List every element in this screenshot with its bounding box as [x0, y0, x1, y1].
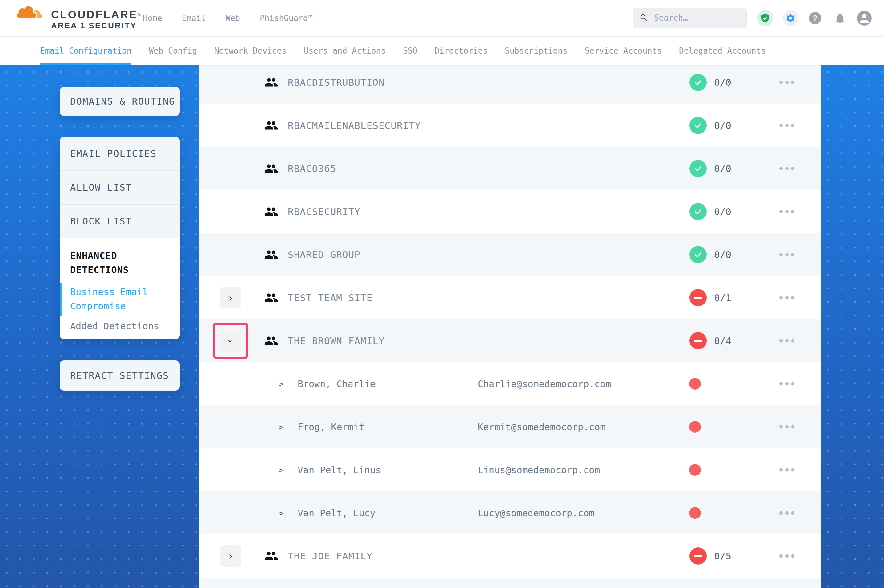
retract-settings-label: RETRACT SETTINGS — [70, 370, 169, 381]
member-name: Van Pelt, Lucy — [298, 508, 376, 519]
sidebar-item-allow-list[interactable]: ALLOW LIST — [60, 171, 180, 204]
sidebar-item-block-list[interactable]: BLOCK LIST — [60, 204, 180, 238]
group-row: RBACO365 0/0 — [199, 147, 821, 190]
member-name: Van Pelt, Linus — [298, 465, 381, 476]
row-menu-ellipsis-icon[interactable] — [778, 508, 796, 518]
tab-sso[interactable]: SSO — [403, 36, 417, 65]
left-sidebar-background: DOMAINS & ROUTING EMAIL POLICIES ALLOW L… — [0, 65, 199, 588]
settings-gear-icon[interactable] — [782, 10, 798, 26]
member-chevron-icon[interactable]: > — [278, 379, 284, 389]
right-background — [821, 65, 884, 588]
status-count: 0/1 — [714, 292, 731, 303]
member-status-dot — [689, 464, 701, 476]
status-blocked-minus-icon — [690, 289, 707, 306]
status-ok-check-icon — [690, 203, 707, 220]
notifications-bell-icon[interactable] — [833, 11, 847, 25]
block-list-label: BLOCK LIST — [70, 216, 132, 226]
section-tabs: Email Configuration Web Config Network D… — [0, 36, 884, 65]
row-menu-ellipsis-icon[interactable] — [778, 422, 796, 432]
status-ok-check-icon — [690, 117, 707, 134]
sidebar-item-added-detections[interactable]: Added Detections — [70, 321, 169, 332]
member-row: > Frog, Kermit Kermit@somedemocorp.com — [199, 405, 821, 448]
row-menu-ellipsis-icon[interactable] — [778, 293, 796, 303]
row-menu-ellipsis-icon[interactable] — [778, 250, 796, 260]
group-icon — [264, 549, 278, 563]
row-menu-ellipsis-icon[interactable] — [778, 551, 796, 561]
status-blocked-minus-icon — [690, 548, 707, 565]
status-count: 0/0 — [714, 120, 731, 131]
group-row: › THE JOE FAMILY 0/5 — [199, 534, 821, 578]
member-chevron-icon[interactable]: > — [278, 422, 284, 432]
member-status-dot — [689, 378, 701, 390]
expand-toggle-button[interactable]: › — [220, 287, 241, 309]
brand-subtitle: AREA 1 SECURITY — [51, 21, 142, 30]
status-count: 0/4 — [714, 335, 731, 346]
shield-check-icon[interactable] — [757, 10, 773, 26]
status-blocked-minus-icon — [690, 332, 707, 350]
status-count: 0/0 — [714, 163, 731, 174]
row-menu-ellipsis-icon[interactable] — [778, 121, 796, 130]
member-chevron-icon[interactable]: > — [278, 508, 284, 518]
row-menu-ellipsis-icon[interactable] — [778, 336, 796, 346]
tab-network-devices[interactable]: Network Devices — [214, 36, 287, 65]
search-icon — [639, 13, 648, 22]
group-row: SHARED_GROUP 0/0 — [199, 233, 821, 276]
sidebar-policies-card: EMAIL POLICIES ALLOW LIST BLOCK LIST ENH… — [60, 137, 180, 339]
sidebar-item-domains-routing[interactable]: DOMAINS & ROUTING — [60, 87, 180, 116]
group-row: RBACMAILENABLESECURITY 0/0 — [199, 104, 821, 147]
row-menu-ellipsis-icon[interactable] — [778, 164, 796, 174]
group-name: RBACSECURITY — [288, 206, 361, 217]
member-row: > Brown, Charlie Charlie@somedemocorp.co… — [199, 362, 821, 405]
member-row: > Van Pelt, Linus Linus@somedemocorp.com — [199, 448, 821, 491]
member-row: > Van Pelt, Lucy Lucy@somedemocorp.com — [199, 491, 821, 534]
help-icon[interactable]: ? — [809, 12, 821, 24]
nav-item-home[interactable]: Home — [143, 14, 162, 23]
group-icon — [264, 291, 278, 305]
row-menu-ellipsis-icon[interactable] — [778, 207, 796, 216]
member-email: Linus@somedemocorp.com — [478, 465, 600, 476]
nav-item-email[interactable]: Email — [182, 14, 206, 23]
cloudflare-logo[interactable]: CLOUDFLARE® AREA 1 SECURITY — [15, 3, 145, 33]
group-icon — [264, 204, 278, 219]
tab-users-and-actions[interactable]: Users and Actions — [304, 36, 386, 65]
groups-table-panel: RBACDISTRUBUTION 0/0 RBACMAILENABLESECUR… — [199, 65, 821, 588]
expand-toggle-button[interactable]: › — [220, 330, 241, 351]
status-count: 0/0 — [714, 206, 731, 217]
status-ok-check-icon — [690, 246, 707, 263]
enhanced-detections-title: ENHANCED DETECTIONS — [70, 249, 169, 277]
tab-web-config[interactable]: Web Config — [149, 36, 197, 65]
group-name: RBACDISTRUBUTION — [288, 77, 385, 88]
cloudflare-cloud-icon — [15, 4, 49, 21]
search-input[interactable] — [654, 13, 740, 23]
tab-directories[interactable]: Directories — [434, 36, 487, 65]
row-menu-ellipsis-icon[interactable] — [778, 78, 796, 87]
user-avatar-icon[interactable] — [857, 11, 872, 26]
row-menu-ellipsis-icon[interactable] — [778, 379, 796, 389]
member-status-dot — [689, 507, 701, 519]
brand-text: CLOUDFLARE® AREA 1 SECURITY — [51, 9, 142, 30]
tab-subscriptions[interactable]: Subscriptions — [505, 36, 568, 65]
sidebar-item-retract-settings[interactable]: RETRACT SETTINGS — [60, 360, 180, 391]
group-name: THE BROWN FAMILY — [288, 335, 385, 346]
member-name: Brown, Charlie — [298, 379, 376, 389]
tab-email-configuration[interactable]: Email Configuration — [40, 36, 131, 65]
group-name: SHARED_GROUP — [288, 249, 361, 260]
row-menu-ellipsis-icon[interactable] — [778, 465, 796, 475]
sidebar-item-email-policies[interactable]: EMAIL POLICIES — [60, 137, 180, 171]
member-chevron-icon[interactable]: > — [278, 465, 284, 475]
expand-toggle-button[interactable]: › — [220, 545, 241, 567]
table-row-partial — [199, 578, 821, 588]
tab-service-accounts[interactable]: Service Accounts — [585, 36, 662, 65]
nav-item-phishguard[interactable]: PhishGuard™ — [260, 14, 313, 23]
app-window: CLOUDFLARE® AREA 1 SECURITY Home Email W… — [0, 0, 884, 588]
group-name: THE JOE FAMILY — [288, 550, 373, 561]
sidebar-item-business-email-compromise[interactable]: Business Email Compromise — [70, 285, 169, 314]
registered-mark: ® — [138, 12, 142, 16]
status-count: 0/0 — [714, 249, 731, 260]
nav-item-web[interactable]: Web — [226, 14, 240, 23]
enhanced-detections-section: ENHANCED DETECTIONS Business Email Compr… — [60, 238, 180, 339]
search-box[interactable] — [633, 8, 747, 28]
group-icon — [264, 118, 278, 132]
tab-delegated-accounts[interactable]: Delegated Accounts — [679, 36, 766, 65]
group-row: RBACDISTRUBUTION 0/0 — [199, 65, 821, 104]
